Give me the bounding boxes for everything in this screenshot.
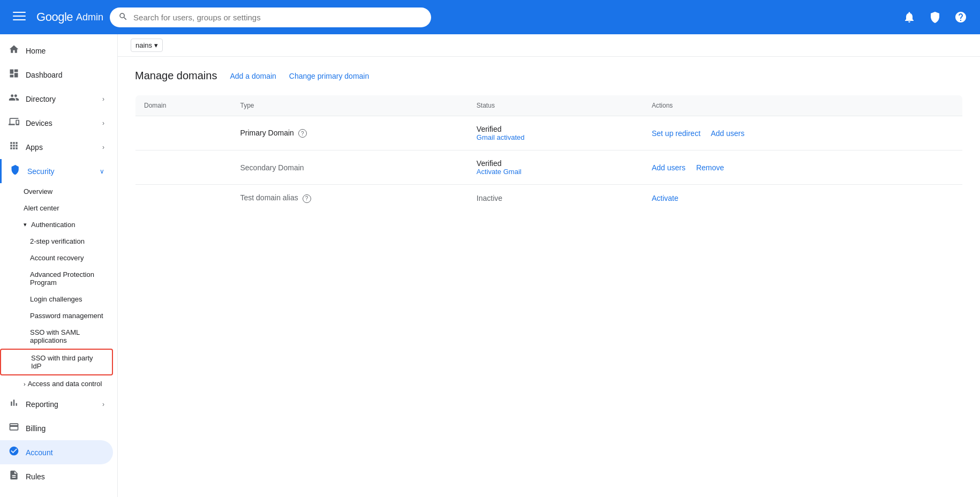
type-cell-1: Primary Domain ? (232, 116, 468, 150)
security-chevron: ∨ (100, 168, 104, 175)
directory-icon (9, 92, 19, 106)
sidebar-auth-header[interactable]: ▾ Authentication (0, 216, 117, 233)
table-row: Secondary Domain Verified Activate Gmail… (135, 150, 963, 185)
search-bar[interactable] (110, 7, 431, 27)
devices-chevron: › (102, 119, 104, 127)
access-chevron: › (24, 381, 26, 387)
sidebar-item-sso-third-party[interactable]: SSO with third party IdP (0, 349, 113, 375)
devices-icon (9, 116, 19, 130)
change-primary-domain-link[interactable]: Change primary domain (289, 72, 369, 80)
svg-rect-0 (13, 12, 26, 13)
primary-domain-status: Verified (477, 125, 502, 133)
sidebar-item-alert-center[interactable]: Alert center (0, 200, 113, 216)
search-icon (118, 12, 128, 23)
status-cell-1: Verified Gmail activated (468, 116, 643, 150)
sidebar-overview-label: Overview (24, 187, 52, 195)
main-layout: Home Dashboard Directory › Devices › (0, 34, 980, 497)
admin-icon[interactable] (924, 6, 946, 28)
sidebar-item-security[interactable]: Security ∨ (0, 159, 113, 183)
google-wordmark: Google (36, 10, 73, 24)
col-type: Type (232, 95, 468, 116)
sidebar-login-challenges-label: Login challenges (30, 295, 82, 303)
billing-icon (9, 421, 19, 435)
sidebar-password-management-label: Password management (30, 312, 103, 320)
domain-cell-1 (135, 116, 232, 150)
primary-domain-type-label: Primary Domain (240, 129, 294, 137)
remove-secondary-link[interactable]: Remove (696, 163, 724, 172)
apps-chevron: › (102, 144, 104, 151)
reporting-icon (9, 397, 19, 411)
sidebar-item-devices[interactable]: Devices › (0, 111, 113, 135)
sidebar-item-password-management[interactable]: Password management (0, 307, 113, 324)
breadcrumb-bar: nains ▾ (118, 34, 980, 57)
sidebar-item-rules[interactable]: Rules (0, 464, 113, 488)
logo: Google Admin (36, 10, 103, 24)
sidebar-item-advanced-protection[interactable]: Advanced Protection Program (0, 266, 113, 291)
breadcrumb-dropdown[interactable]: nains ▾ (131, 39, 163, 52)
domains-table: Domain Type Status Actions Primary Domai… (135, 95, 963, 212)
menu-icon[interactable] (9, 5, 30, 29)
sidebar-item-billing[interactable]: Billing (0, 416, 113, 440)
topbar: Google Admin (0, 0, 980, 34)
sidebar-access-data-label: Access and data control (28, 380, 102, 388)
sidebar-item-sso-saml[interactable]: SSO with SAML applications (0, 324, 113, 349)
add-users-primary-link[interactable]: Add users (711, 129, 744, 138)
secondary-domain-status-sub[interactable]: Activate Gmail (477, 168, 635, 176)
sidebar-account-recovery-label: Account recovery (30, 254, 84, 262)
directory-chevron: › (102, 95, 104, 103)
domain-cell-2 (135, 150, 232, 185)
type-cell-3: Test domain alias ? (232, 185, 468, 212)
svg-rect-2 (13, 19, 26, 20)
sidebar-item-login-challenges[interactable]: Login challenges (0, 291, 113, 307)
table-row: Primary Domain ? Verified Gmail activate… (135, 116, 963, 150)
page-header: Manage domains Add a domain Change prima… (135, 70, 963, 82)
activate-test-link[interactable]: Activate (652, 194, 679, 202)
breadcrumb-dropdown-icon: ▾ (154, 41, 158, 49)
sidebar-apps-label: Apps (26, 143, 43, 152)
sidebar-home-label: Home (26, 47, 46, 55)
sidebar-item-overview[interactable]: Overview (0, 183, 113, 200)
sidebar-item-access-data-control[interactable]: › Access and data control (0, 375, 113, 392)
add-domain-link[interactable]: Add a domain (230, 72, 276, 80)
sidebar-item-2step[interactable]: 2-step verification (0, 233, 113, 250)
page-content: Manage domains Add a domain Change prima… (118, 57, 980, 225)
notification-icon[interactable] (899, 6, 920, 28)
sidebar-dashboard-label: Dashboard (26, 71, 63, 79)
domain-cell-3 (135, 185, 232, 212)
secondary-domain-status: Verified (477, 159, 502, 168)
actions-cell-2: Add users Remove (643, 150, 963, 185)
sidebar-item-directory[interactable]: Directory › (0, 87, 113, 111)
status-cell-2: Verified Activate Gmail (468, 150, 643, 185)
sidebar-account-label: Account (26, 448, 53, 457)
sidebar-item-home[interactable]: Home (0, 39, 113, 63)
sidebar-item-reporting[interactable]: Reporting › (0, 392, 113, 416)
sidebar-auth-label: Authentication (31, 221, 75, 229)
table-body: Primary Domain ? Verified Gmail activate… (135, 116, 963, 212)
home-icon (9, 44, 19, 57)
actions-cell-3: Activate (643, 185, 963, 212)
primary-domain-status-sub[interactable]: Gmail activated (477, 133, 635, 141)
sidebar-billing-label: Billing (26, 424, 46, 433)
sidebar-2step-label: 2-step verification (30, 237, 85, 245)
help-icon[interactable] (950, 6, 971, 28)
col-domain: Domain (135, 95, 232, 116)
col-status: Status (468, 95, 643, 116)
reporting-chevron: › (102, 401, 104, 408)
sidebar-item-account[interactable]: Account (0, 440, 113, 464)
test-domain-type-label: Test domain alias (240, 193, 298, 202)
sidebar-item-dashboard[interactable]: Dashboard (0, 63, 113, 87)
sidebar-item-account-recovery[interactable]: Account recovery (0, 250, 113, 266)
admin-label: Admin (76, 12, 103, 23)
sidebar-security-label: Security (27, 167, 55, 176)
primary-domain-help-icon[interactable]: ? (298, 129, 307, 138)
test-domain-help-icon[interactable]: ? (303, 194, 311, 203)
search-input[interactable] (133, 13, 423, 22)
dashboard-icon (9, 68, 19, 81)
sidebar-item-apps[interactable]: Apps › (0, 135, 113, 159)
apps-icon (9, 140, 19, 154)
add-users-secondary-link[interactable]: Add users (652, 163, 685, 172)
setup-redirect-link[interactable]: Set up redirect (652, 129, 700, 138)
account-icon (9, 446, 19, 459)
content-area: nains ▾ Manage domains Add a domain Chan… (118, 34, 980, 497)
sidebar-sso-third-party-label: SSO with third party IdP (31, 354, 103, 370)
